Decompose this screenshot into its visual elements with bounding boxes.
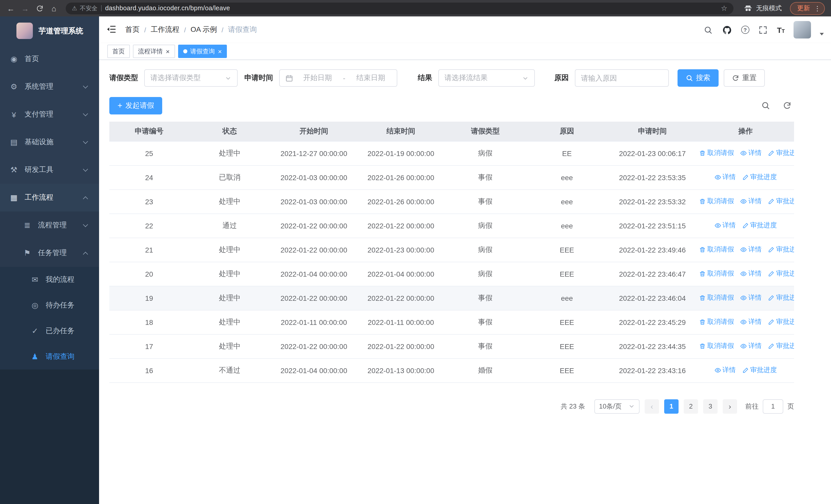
warning-icon: ⚠ [72, 5, 77, 12]
cell-apply-time: 2022-01-22 23:53:35 [608, 165, 697, 189]
detail-link[interactable]: 详情 [740, 197, 762, 206]
fullscreen-icon[interactable] [758, 25, 768, 35]
help-icon[interactable]: ? [741, 26, 749, 34]
tab-请假查询[interactable]: 请假查询 × [178, 45, 227, 58]
workflow-icon: ▦ [9, 193, 19, 202]
font-size-icon[interactable]: TT [777, 26, 785, 34]
eye-icon [714, 222, 721, 229]
sidebar-item-基础设施[interactable]: ▤ 基础设施 [0, 128, 99, 156]
eye-icon [740, 319, 747, 325]
cell-apply-time: 2022-01-22 23:53:32 [608, 189, 697, 213]
progress-link[interactable]: 审批进度 [742, 221, 777, 230]
sidebar-item-工作流程[interactable]: ▦ 工作流程 [0, 184, 99, 211]
bookmark-star-icon[interactable]: ☆ [721, 4, 727, 12]
sidebar-item-系统管理[interactable]: ⚙ 系统管理 [0, 73, 99, 100]
sidebar-item-支付管理[interactable]: ¥ 支付管理 [0, 100, 99, 128]
leave-type-select[interactable]: 请选择请假类型 [144, 69, 238, 87]
cancel-leave-link[interactable]: 取消请假 [699, 149, 734, 158]
column-header-操作: 操作 [697, 122, 794, 141]
tab-close-icon[interactable]: × [218, 48, 222, 55]
progress-link[interactable]: 审批进度 [742, 173, 777, 182]
create-leave-button[interactable]: + 发起请假 [109, 97, 163, 114]
tab-流程详情[interactable]: 流程详情 × [133, 45, 175, 58]
detail-link[interactable]: 详情 [740, 149, 762, 158]
cell-actions: 取消请假 详情 审批进度 [697, 189, 794, 213]
end-date-placeholder[interactable]: 结束日期 [350, 73, 391, 83]
page-size-select[interactable]: 10条/页 [594, 399, 639, 413]
cell-leave-type: 病假 [445, 213, 526, 238]
search-icon[interactable] [703, 25, 713, 35]
sidebar-item-待办任务[interactable]: ◎ 待办任务 [0, 293, 99, 318]
detail-link[interactable]: 详情 [714, 221, 736, 230]
payment-icon: ¥ [9, 110, 19, 119]
cell-leave-type: 婚假 [445, 358, 526, 382]
page-button-2[interactable]: 2 [684, 399, 698, 413]
refresh-table-icon[interactable] [783, 101, 792, 110]
refresh-icon [732, 75, 739, 82]
search-button[interactable]: 搜索 [678, 69, 719, 87]
page-button-3[interactable]: 3 [703, 399, 718, 413]
sidebar-item-我的流程[interactable]: ✉ 我的流程 [0, 267, 99, 293]
detail-link[interactable]: 详情 [740, 342, 762, 351]
tab-首页[interactable]: 首页 [107, 45, 130, 58]
chevron-down-icon [522, 75, 529, 81]
goto-page-input[interactable] [763, 399, 783, 413]
sidebar-item-流程管理[interactable]: ≣ 流程管理 [0, 211, 99, 239]
breadcrumb-item-home[interactable]: 首页 [125, 25, 140, 34]
sidebar-collapse-icon[interactable] [106, 24, 118, 35]
user-avatar[interactable] [794, 21, 811, 38]
progress-link[interactable]: 审批进度 [768, 269, 794, 278]
progress-link[interactable]: 审批进度 [742, 366, 777, 375]
cell-leave-type: 事假 [445, 286, 526, 310]
sidebar-item-请假查询[interactable]: ♟ 请假查询 [0, 344, 99, 369]
security-chip[interactable]: ⚠ 不安全 [72, 4, 97, 12]
toggle-search-icon[interactable] [761, 101, 770, 110]
cell-reason: EEE [526, 358, 608, 382]
chevron-down-icon[interactable] [820, 33, 824, 35]
cancel-leave-link[interactable]: 取消请假 [699, 293, 734, 302]
page-button-1[interactable]: 1 [664, 399, 679, 413]
detail-link[interactable]: 详情 [740, 245, 762, 254]
breadcrumb-item-workflow[interactable]: 工作流程 [151, 25, 179, 34]
prev-page-button[interactable]: ‹ [645, 399, 659, 413]
cancel-leave-link[interactable]: 取消请假 [699, 318, 734, 327]
reason-input[interactable] [575, 69, 669, 87]
sidebar-item-任务管理[interactable]: ⚑ 任务管理 [0, 239, 99, 267]
cancel-leave-link[interactable]: 取消请假 [699, 245, 734, 254]
cancel-leave-link[interactable]: 取消请假 [699, 269, 734, 278]
progress-link[interactable]: 审批进度 [768, 149, 794, 158]
reset-button[interactable]: 重置 [724, 69, 765, 87]
progress-link[interactable]: 审批进度 [768, 245, 794, 254]
progress-link[interactable]: 审批进度 [768, 342, 794, 351]
sidebar-item-研发工具[interactable]: ⚒ 研发工具 [0, 156, 99, 184]
address-bar[interactable]: ⚠ 不安全 dashboard.yudao.iocoder.cn/bpm/oa/… [66, 2, 734, 14]
table-toolbar: + 发起请假 [109, 97, 794, 114]
update-button[interactable]: 更新 ⋮ [790, 2, 825, 14]
apply-time-range-picker[interactable]: 开始日期 - 结束日期 [279, 69, 397, 87]
start-date-placeholder[interactable]: 开始日期 [297, 73, 338, 83]
forward-button[interactable]: → [19, 2, 32, 15]
tab-close-icon[interactable]: × [166, 48, 170, 55]
back-button[interactable]: ← [4, 2, 18, 15]
breadcrumb-item-oa[interactable]: OA 示例 [191, 25, 217, 34]
sidebar-item-首页[interactable]: ◉ 首页 [0, 45, 99, 73]
sidebar-item-已办任务[interactable]: ✓ 已办任务 [0, 318, 99, 344]
browser-menu-icon[interactable]: ⋮ [814, 4, 821, 12]
detail-link[interactable]: 详情 [714, 173, 736, 182]
progress-link[interactable]: 审批进度 [768, 293, 794, 302]
github-icon[interactable] [722, 25, 732, 35]
detail-link[interactable]: 详情 [740, 293, 762, 302]
cancel-leave-link[interactable]: 取消请假 [699, 197, 734, 206]
detail-link[interactable]: 详情 [714, 366, 736, 375]
home-button[interactable]: ⌂ [47, 2, 61, 15]
detail-link[interactable]: 详情 [740, 269, 762, 278]
detail-link[interactable]: 详情 [740, 318, 762, 327]
result-select[interactable]: 请选择流结果 [438, 69, 535, 87]
progress-link[interactable]: 审批进度 [768, 197, 794, 206]
cell-id: 24 [109, 165, 189, 189]
cell-apply-time: 2022-01-22 23:45:29 [608, 310, 697, 334]
progress-link[interactable]: 审批进度 [768, 318, 794, 327]
next-page-button[interactable]: › [723, 399, 737, 413]
cancel-leave-link[interactable]: 取消请假 [699, 342, 734, 351]
reload-button[interactable] [33, 2, 46, 15]
